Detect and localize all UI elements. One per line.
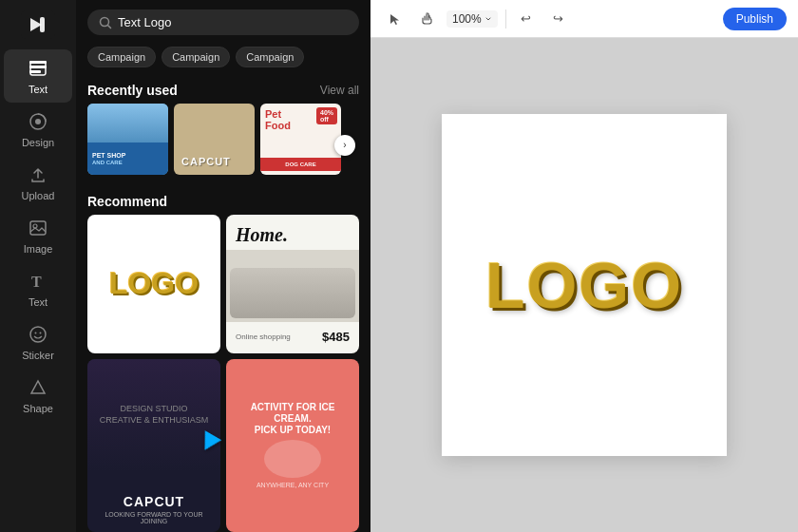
design-icon — [27, 110, 49, 133]
tag-3[interactable]: Campaign — [236, 47, 304, 67]
svg-point-13 — [40, 332, 42, 334]
tag-2[interactable]: Campaign — [162, 47, 230, 67]
sidebar-text-label: Text — [28, 84, 48, 95]
shape-icon — [27, 376, 49, 399]
icecream-sub: ANYWHERE, ANY CITY — [256, 482, 329, 488]
home-price: $485 — [322, 330, 350, 344]
petshop-subtext: AND CARE — [92, 160, 163, 165]
view-all-button[interactable]: View all — [320, 84, 359, 97]
icecream-title: ACTIVITY FOR ICE CREAM.PICK UP TODAY! — [234, 402, 352, 436]
capcut-dark-logo: CAPCUT — [124, 494, 184, 509]
sidebar-item-image[interactable]: Image — [4, 209, 72, 262]
svg-point-11 — [30, 327, 46, 342]
sidebar-design-label: Design — [22, 137, 54, 148]
redo-icon: ↪ — [553, 11, 563, 26]
tag-1[interactable]: Campaign — [87, 47, 156, 67]
zoom-control[interactable]: 100% — [446, 10, 498, 28]
canvas-document[interactable]: LOGO — [442, 114, 727, 456]
canvas-toolbar: 100% ↩ ↪ Publish — [370, 0, 798, 38]
recommend-icecream[interactable]: ACTIVITY FOR ICE CREAM.PICK UP TODAY! AN… — [226, 359, 359, 533]
logo-white-text: LOGO — [109, 266, 199, 301]
app-logo[interactable] — [17, 8, 59, 42]
recent-item-petfood[interactable]: PetFood 40%off DOG CARE — [260, 104, 341, 175]
text-active-icon — [27, 57, 49, 80]
tags-row: Campaign Campaign Campaign — [76, 43, 370, 75]
canvas-area: 100% ↩ ↪ Publish LOGO — [370, 0, 798, 532]
recommend-grid: LOGO Home. Online shopping $485 DESIGN S… — [76, 215, 370, 532]
recently-used-header: Recently used View all — [76, 75, 370, 104]
search-icon — [99, 16, 112, 29]
petfood-badge: 40%off — [316, 107, 337, 124]
recommend-home[interactable]: Home. Online shopping $485 — [226, 215, 359, 353]
recently-used-title: Recently used — [87, 83, 178, 98]
sidebar-image-label: Image — [24, 243, 53, 255]
search-input[interactable] — [118, 15, 348, 29]
canvas-main: LOGO — [370, 38, 798, 532]
publish-button[interactable]: Publish — [723, 8, 787, 30]
undo-icon: ↩ — [521, 11, 531, 26]
capcut-dark-sub: DESIGN STUDIOCREATIVE & ENTHUSIASM — [94, 398, 214, 431]
template-panel: Campaign Campaign Campaign Recently used… — [76, 0, 370, 532]
svg-point-7 — [35, 119, 41, 124]
capcut-rec-text: CAPCUT — [181, 156, 247, 167]
svg-rect-8 — [30, 221, 46, 235]
petshop-text: PET SHOP — [92, 152, 163, 160]
recently-used-grid: PET SHOP AND CARE CAPCUT PetFood 40%off … — [76, 104, 370, 186]
capcut-dark-subtext: LOOKING FORWARD TO YOUR JOINING — [95, 511, 213, 524]
sidebar-text2-label: Text — [28, 296, 48, 308]
svg-rect-4 — [29, 70, 41, 73]
undo-button[interactable]: ↩ — [514, 7, 539, 31]
recommend-logo-white[interactable]: LOGO — [87, 215, 220, 353]
svg-rect-1 — [40, 17, 45, 32]
zoom-value: 100% — [452, 12, 482, 26]
recent-item-petshop[interactable]: PET SHOP AND CARE — [87, 104, 168, 175]
svg-rect-3 — [29, 66, 47, 68]
hand-tool-button[interactable] — [414, 7, 439, 31]
sidebar-item-upload[interactable]: Upload — [4, 156, 72, 209]
sidebar-item-sticker[interactable]: Sticker — [4, 315, 72, 369]
upload-icon — [27, 163, 49, 186]
home-subtitle: Online shopping — [236, 332, 291, 341]
zoom-dropdown-icon — [484, 15, 492, 23]
sticker-icon — [27, 323, 49, 346]
recommend-capcut-dark[interactable]: DESIGN STUDIOCREATIVE & ENTHUSIASM CAPCU… — [87, 359, 220, 533]
sidebar-upload-label: Upload — [22, 190, 55, 201]
search-bar[interactable] — [87, 10, 359, 35]
svg-text:T: T — [31, 274, 42, 290]
recent-item-capcut[interactable]: CAPCUT — [174, 104, 255, 175]
sidebar-item-shape[interactable]: Shape — [4, 369, 72, 422]
recommend-title: Recommend — [87, 194, 167, 209]
image-icon — [27, 217, 49, 239]
sidebar: Text Design Upload Imag — [0, 0, 76, 532]
toolbar-separator-1 — [505, 10, 506, 28]
canvas-logo-text: LOGO — [485, 248, 683, 322]
scroll-right-button[interactable]: › — [334, 135, 355, 156]
recommend-header: Recommend — [76, 186, 370, 215]
petfood-subtext: DOG CARE — [285, 162, 315, 167]
sidebar-item-text[interactable]: Text — [4, 49, 72, 103]
sidebar-sticker-label: Sticker — [22, 350, 54, 361]
sidebar-item-design[interactable]: Design — [4, 103, 72, 156]
svg-point-9 — [33, 224, 37, 228]
svg-point-12 — [35, 332, 37, 334]
sidebar-shape-label: Shape — [23, 403, 53, 414]
sidebar-item-text2[interactable]: T Text — [4, 262, 72, 315]
home-title: Home. — [236, 224, 350, 246]
text2-icon: T — [27, 270, 49, 293]
redo-button[interactable]: ↪ — [546, 7, 571, 31]
cursor-tool-button[interactable] — [382, 7, 407, 31]
